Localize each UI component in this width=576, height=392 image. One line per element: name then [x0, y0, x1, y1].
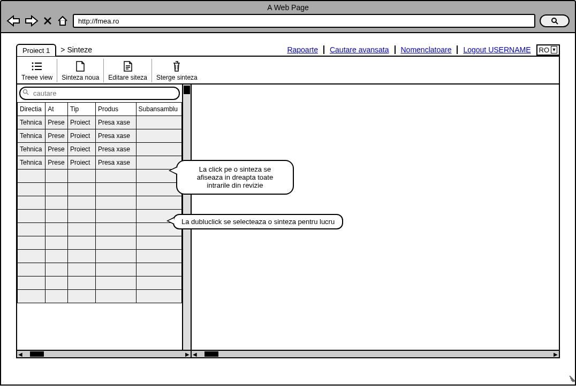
scroll-thumb[interactable]: [204, 351, 218, 357]
toolbar: Treee view Sinteza noua Editare siteza S…: [17, 57, 559, 84]
cell-empty: [68, 223, 96, 236]
cell-empty: [95, 236, 136, 250]
breadcrumb: > Sinteze: [60, 45, 92, 54]
col-directia[interactable]: Directia: [18, 103, 46, 116]
cell-empty: [68, 290, 96, 303]
table-header-row: Directia At Tip Produs Subansamblu: [18, 103, 182, 116]
col-tip[interactable]: Tip: [68, 103, 96, 116]
cell-empty: [68, 250, 96, 263]
cell-produs: Presa xase: [95, 143, 136, 156]
breadcrumb-sep: >: [60, 45, 65, 54]
back-button[interactable]: [6, 15, 20, 27]
scroll-thumb[interactable]: [184, 86, 190, 94]
table-row[interactable]: TehnicaPreseProiectPresa xase: [18, 129, 182, 143]
cell-empty: [68, 170, 96, 183]
svg-point-3: [32, 69, 34, 71]
tab-project[interactable]: Proiect 1: [16, 44, 56, 56]
link-logout[interactable]: Logout USERNAME: [463, 45, 530, 54]
search-icon: [22, 89, 29, 97]
table-row-empty[interactable]: [18, 263, 182, 276]
cell-empty: [95, 290, 136, 303]
cell-empty: [95, 196, 136, 210]
cell-empty: [136, 290, 181, 303]
sinteza-noua-button[interactable]: Sinteza noua: [57, 59, 104, 82]
table-row-empty[interactable]: [18, 223, 182, 236]
callout-dblclick-text: La dubluclick se selecteaza o sinteza pe…: [181, 218, 335, 226]
link-cautare-avansata[interactable]: Cautare avansata: [330, 45, 389, 54]
col-at[interactable]: At: [46, 103, 68, 116]
page-title: A Web Page: [1, 1, 575, 14]
left-pane: Directia At Tip Produs Subansamblu Tehni…: [17, 84, 192, 357]
table-row[interactable]: TehnicaPreseProiectPresa xase: [18, 156, 182, 170]
browser-search-button[interactable]: [540, 14, 570, 27]
col-subansamblu[interactable]: Subansamblu: [136, 103, 181, 116]
cell-directia: Tehnica: [18, 143, 46, 156]
svg-point-0: [552, 18, 556, 22]
svg-point-2: [32, 66, 34, 67]
cell-empty: [95, 223, 136, 236]
cell-empty: [68, 183, 96, 196]
scroll-thumb[interactable]: [30, 351, 44, 357]
nav-bar: [1, 14, 575, 28]
callout-click-text: La click pe o sinteza se afiseaza in dre…: [197, 165, 273, 189]
cell-empty: [68, 263, 96, 276]
table-row-empty[interactable]: [18, 196, 182, 210]
cell-empty: [68, 210, 96, 223]
table-row-empty[interactable]: [18, 290, 182, 303]
cell-at: Prese: [46, 129, 68, 143]
cell-at: Prese: [46, 143, 68, 156]
trash-icon: [172, 60, 181, 73]
link-nomenclatoare[interactable]: Nomenclatoare: [401, 45, 452, 54]
search-input[interactable]: [19, 87, 180, 100]
language-select[interactable]: RO ▼: [536, 44, 560, 56]
cell-empty: [18, 276, 46, 290]
editare-sinteza-button[interactable]: Editare siteza: [104, 59, 152, 82]
cell-empty: [18, 210, 46, 223]
cell-at: Prese: [46, 156, 68, 170]
table-row-empty[interactable]: [18, 170, 182, 183]
cell-empty: [46, 183, 68, 196]
col-produs[interactable]: Produs: [95, 103, 136, 116]
cell-directia: Tehnica: [18, 116, 46, 129]
horizontal-scrollbar-right[interactable]: ◀ ▶: [192, 350, 559, 357]
horizontal-scrollbar-left[interactable]: ◀ ▶: [17, 350, 191, 357]
browser-chrome: A Web Page: [0, 0, 576, 33]
editare-sinteza-label: Editare siteza: [108, 74, 147, 81]
cell-empty: [46, 210, 68, 223]
scroll-right-icon: ▶: [552, 351, 559, 357]
home-button[interactable]: [57, 15, 69, 27]
file-edit-icon: [123, 60, 133, 73]
table-row[interactable]: TehnicaPreseProiectPresa xase: [18, 143, 182, 156]
table-body: TehnicaPreseProiectPresa xaseTehnicaPres…: [18, 116, 182, 303]
sterge-sinteza-button[interactable]: Sterge sinteza: [152, 59, 202, 82]
cell-empty: [46, 170, 68, 183]
link-rapoarte[interactable]: Rapoarte: [287, 45, 318, 54]
callout-click: La click pe o sinteza se afiseaza in dre…: [176, 160, 294, 195]
url-bar[interactable]: [73, 14, 535, 28]
table-row[interactable]: TehnicaPreseProiectPresa xase: [18, 116, 182, 129]
tree-view-button[interactable]: Treee view: [17, 59, 57, 82]
table-row-empty[interactable]: [18, 210, 182, 223]
cell-tip: Proiect: [68, 143, 96, 156]
table-row-empty[interactable]: [18, 250, 182, 263]
table-row-empty[interactable]: [18, 236, 182, 250]
cell-empty: [136, 236, 181, 250]
cell-empty: [95, 250, 136, 263]
cell-produs: Presa xase: [95, 156, 136, 170]
sterge-sinteza-label: Sterge sinteza: [156, 74, 198, 81]
language-value: RO: [539, 46, 550, 54]
cell-empty: [18, 196, 46, 210]
cell-empty: [136, 263, 181, 276]
resize-grip-icon: [565, 375, 573, 382]
cell-directia: Tehnica: [18, 129, 46, 143]
cell-subansamblu: [136, 129, 181, 143]
forward-button[interactable]: [25, 15, 39, 27]
table-row-empty[interactable]: [18, 183, 182, 196]
cell-empty: [18, 263, 46, 276]
main-panel: Treee view Sinteza noua Editare siteza S…: [16, 56, 560, 358]
table-row-empty[interactable]: [18, 276, 182, 290]
cell-empty: [18, 250, 46, 263]
cell-produs: Presa xase: [95, 116, 136, 129]
stop-button[interactable]: [43, 16, 52, 26]
cell-empty: [46, 290, 68, 303]
